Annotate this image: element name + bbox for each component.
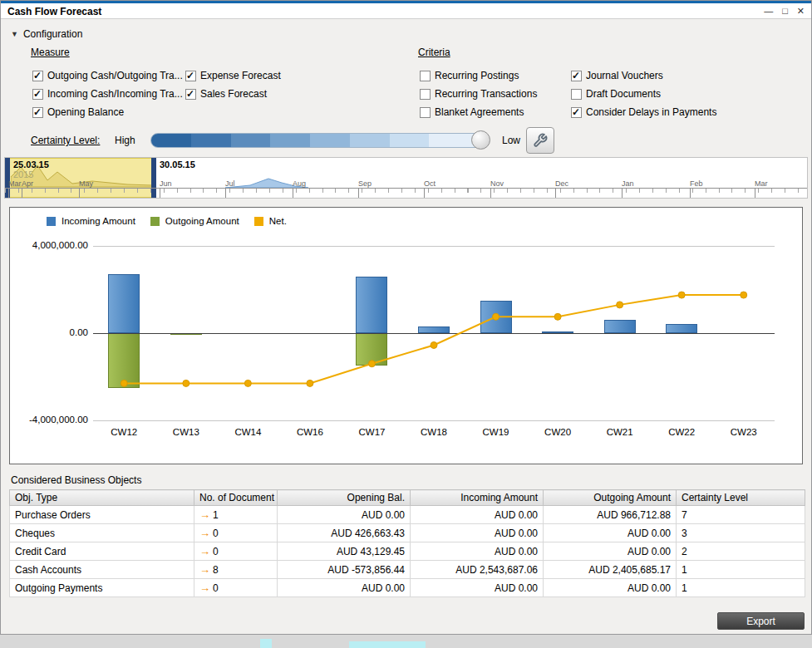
table-row[interactable]: Cash Accounts→8AUD -573,856.44AUD 2,543,… xyxy=(10,561,805,579)
column-header-certainty-level[interactable]: Certainty Level xyxy=(677,490,805,506)
plot-area xyxy=(93,246,775,420)
column-header-no-of-document[interactable]: No. of Document xyxy=(194,490,278,506)
cell-outgoing-amount: AUD 0.00 xyxy=(544,542,677,561)
export-button[interactable]: Export xyxy=(717,612,805,630)
table-row[interactable]: Purchase Orders→1AUD 0.00AUD 0.00AUD 966… xyxy=(10,506,805,524)
checkbox-outgoing-cash[interactable]: Outgoing Cash/Outgoing Tra... xyxy=(32,70,183,81)
business-objects-table: Obj. Type No. of Document Opening Bal. I… xyxy=(9,489,805,597)
link-arrow-icon[interactable]: → xyxy=(199,527,210,539)
minimize-icon[interactable]: — xyxy=(764,5,773,17)
timeline-month-label: Apr xyxy=(22,179,33,188)
checkbox-icon[interactable] xyxy=(32,89,43,100)
link-arrow-icon[interactable]: → xyxy=(199,582,210,594)
checkbox-incoming-cash[interactable]: Incoming Cash/Incoming Tra... xyxy=(32,88,183,100)
column-header-incoming-amount[interactable]: Incoming Amount xyxy=(411,490,544,506)
configuration-section-toggle[interactable]: ▼ Configuration xyxy=(11,28,82,40)
checkbox-icon[interactable] xyxy=(571,71,582,81)
cell-obj-type: Purchase Orders xyxy=(10,506,194,524)
checkbox-icon[interactable] xyxy=(420,71,431,81)
outgoing-swatch-icon xyxy=(150,217,160,226)
checkbox-label: Recurring Postings xyxy=(435,70,519,81)
cell-obj-type: Outgoing Payments xyxy=(10,579,194,597)
timeline-month-label: Oct xyxy=(424,179,436,188)
x-tick-label: CW20 xyxy=(533,427,583,437)
table-row[interactable]: Credit Card→0AUD 43,129.45AUD 0.00AUD 0.… xyxy=(10,542,805,561)
cell-certainty-level: 1 xyxy=(677,561,805,579)
checkbox-consider-delays[interactable]: Consider Delays in Payments xyxy=(571,106,716,118)
criteria-group-label[interactable]: Criteria xyxy=(418,47,450,58)
checkbox-sales-forecast[interactable]: Sales Forecast xyxy=(185,88,267,100)
checkbox-icon[interactable] xyxy=(420,89,431,100)
timeline-month-label: Jan xyxy=(622,179,634,188)
table-row[interactable]: Outgoing Payments→0AUD 0.00AUD 0.00AUD 0… xyxy=(10,579,805,597)
cell-certainty-level: 2 xyxy=(677,542,805,561)
checkbox-icon[interactable] xyxy=(32,71,43,81)
timeline-month-label: Jun xyxy=(160,179,172,188)
cell-opening-balance: AUD -573,856.44 xyxy=(278,561,411,579)
cell-obj-type: Cheques xyxy=(10,524,194,542)
cell-no-of-documents: →1 xyxy=(194,506,278,524)
certainty-slider-handle[interactable] xyxy=(471,130,490,150)
timeline-month-tick xyxy=(22,189,22,198)
measure-group-label[interactable]: Measure xyxy=(31,47,70,58)
timeline-start-date: 25.03.15 xyxy=(13,160,49,169)
checkbox-icon[interactable] xyxy=(420,107,431,118)
timeline-month-tick xyxy=(690,189,691,198)
cell-certainty-level: 7 xyxy=(677,506,805,524)
checkbox-icon[interactable] xyxy=(32,107,43,118)
cell-outgoing-amount: AUD 0.00 xyxy=(544,524,677,542)
column-header-opening-bal[interactable]: Opening Bal. xyxy=(278,490,411,506)
cell-outgoing-amount: AUD 2,405,685.17 xyxy=(544,561,677,579)
legend-item-net[interactable]: Net. xyxy=(254,216,287,226)
gridline xyxy=(93,420,775,421)
cell-incoming-amount: AUD 0.00 xyxy=(411,542,544,561)
checkbox-blanket-agreements[interactable]: Blanket Agreements xyxy=(420,106,524,118)
checkbox-icon[interactable] xyxy=(571,107,582,118)
timeline-month-tick xyxy=(755,189,755,198)
checkbox-label: Blanket Agreements xyxy=(435,106,524,118)
timeline-month-label: Sep xyxy=(358,179,372,188)
checkbox-recurring-postings[interactable]: Recurring Postings xyxy=(420,70,519,81)
link-arrow-icon[interactable]: → xyxy=(199,508,210,521)
legend-item-incoming[interactable]: Incoming Amount xyxy=(47,216,135,226)
settings-button[interactable] xyxy=(526,127,554,154)
column-header-outgoing-amount[interactable]: Outgoing Amount xyxy=(544,490,677,506)
cell-incoming-amount: AUD 0.00 xyxy=(411,506,544,524)
timeline-strip[interactable]: 25.03.15 2015 30.05.15 MarAprMayJunJulAu… xyxy=(4,157,808,199)
checkbox-draft-documents[interactable]: Draft Documents xyxy=(571,88,661,100)
maximize-icon[interactable]: □ xyxy=(782,5,788,17)
checkbox-label: Recurring Transactions xyxy=(435,88,537,100)
checkbox-opening-balance[interactable]: Opening Balance xyxy=(32,106,124,118)
close-icon[interactable]: ✕ xyxy=(797,5,805,17)
checkbox-icon[interactable] xyxy=(185,71,196,81)
checkbox-label: Draft Documents xyxy=(586,88,661,100)
link-arrow-icon[interactable]: → xyxy=(199,563,210,576)
table-row[interactable]: Cheques→0AUD 426,663.43AUD 0.00AUD 0.003 xyxy=(10,524,805,542)
checkbox-recurring-transactions[interactable]: Recurring Transactions xyxy=(420,88,537,100)
checkbox-journal-vouchers[interactable]: Journal Vouchers xyxy=(571,70,663,81)
timeline-end-date: 30.05.15 xyxy=(160,160,195,169)
wrench-icon xyxy=(533,133,548,148)
background-artifact xyxy=(260,639,272,648)
cell-incoming-amount: AUD 2,543,687.06 xyxy=(411,561,544,579)
cell-opening-balance: AUD 0.00 xyxy=(278,506,411,524)
legend-item-outgoing[interactable]: Outgoing Amount xyxy=(150,216,239,226)
timeline-ruler xyxy=(5,188,807,198)
cell-opening-balance: AUD 426,663.43 xyxy=(278,524,411,542)
link-arrow-icon[interactable]: → xyxy=(199,545,210,557)
y-tick-label: 4,000,000.00 xyxy=(10,240,88,250)
timeline-month-label: Nov xyxy=(490,179,504,188)
checkbox-icon[interactable] xyxy=(571,89,582,100)
checkbox-label: Consider Delays in Payments xyxy=(586,106,716,118)
checkbox-icon[interactable] xyxy=(185,89,196,100)
cell-no-of-documents: →0 xyxy=(194,524,278,542)
cell-certainty-level: 1 xyxy=(677,579,805,597)
certainty-slider-track[interactable] xyxy=(150,133,483,148)
background-artifact xyxy=(349,641,426,648)
column-header-obj-type[interactable]: Obj. Type xyxy=(10,490,194,506)
x-tick-label: CW14 xyxy=(223,427,273,437)
checkbox-expense-forecast[interactable]: Expense Forecast xyxy=(185,70,281,81)
business-objects-title: Considered Business Objects xyxy=(11,474,141,486)
x-tick-label: CW16 xyxy=(285,427,335,437)
certainty-level-label[interactable]: Certainty Level: xyxy=(31,135,100,146)
